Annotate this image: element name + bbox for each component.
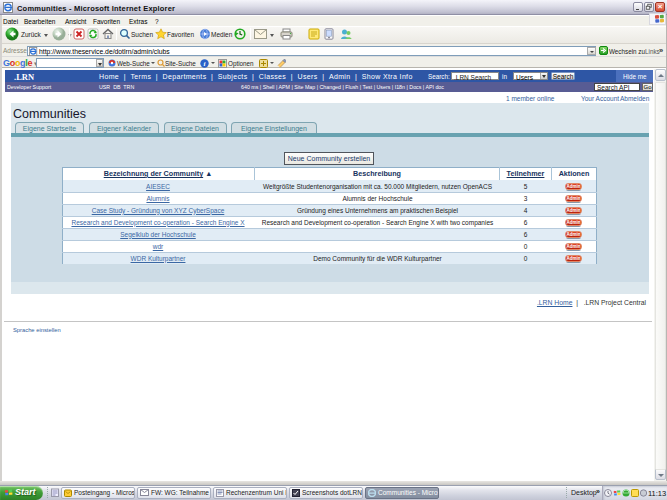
svg-text:i: i bbox=[204, 60, 206, 68]
